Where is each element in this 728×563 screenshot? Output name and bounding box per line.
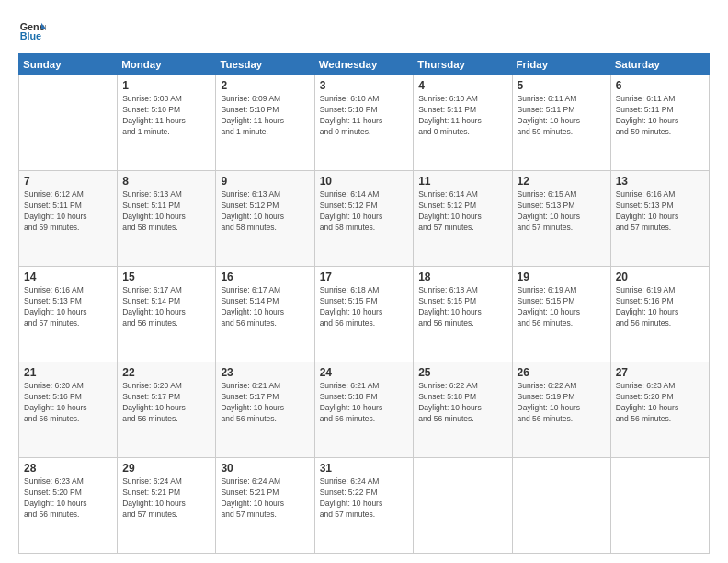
svg-text:Blue: Blue — [20, 30, 41, 41]
day-number: 2 — [221, 79, 309, 92]
calendar-cell: 1Sunrise: 6:08 AM Sunset: 5:10 PM Daylig… — [118, 75, 216, 171]
day-info: Sunrise: 6:20 AM Sunset: 5:16 PM Dayligh… — [24, 381, 112, 425]
calendar-cell: 11Sunrise: 6:14 AM Sunset: 5:12 PM Dayli… — [414, 171, 512, 267]
day-number: 19 — [518, 270, 606, 283]
weekday-header-wednesday: Wednesday — [314, 54, 414, 75]
day-info: Sunrise: 6:11 AM Sunset: 5:11 PM Dayligh… — [518, 94, 606, 138]
day-info: Sunrise: 6:13 AM Sunset: 5:12 PM Dayligh… — [221, 190, 309, 234]
calendar-cell: 23Sunrise: 6:21 AM Sunset: 5:17 PM Dayli… — [216, 362, 314, 458]
day-info: Sunrise: 6:22 AM Sunset: 5:19 PM Dayligh… — [518, 381, 606, 425]
day-number: 31 — [320, 462, 409, 475]
day-info: Sunrise: 6:23 AM Sunset: 5:20 PM Dayligh… — [616, 381, 704, 425]
weekday-header-thursday: Thursday — [414, 54, 512, 75]
weekday-header-tuesday: Tuesday — [216, 54, 314, 75]
day-info: Sunrise: 6:23 AM Sunset: 5:20 PM Dayligh… — [24, 477, 112, 521]
day-number: 14 — [24, 270, 112, 283]
day-number: 4 — [418, 79, 506, 92]
calendar-cell: 16Sunrise: 6:17 AM Sunset: 5:14 PM Dayli… — [216, 267, 314, 362]
day-number: 12 — [518, 175, 606, 188]
day-info: Sunrise: 6:24 AM Sunset: 5:21 PM Dayligh… — [122, 477, 210, 521]
weekday-header-saturday: Saturday — [610, 54, 709, 75]
calendar-cell: 13Sunrise: 6:16 AM Sunset: 5:13 PM Dayli… — [610, 171, 709, 267]
day-info: Sunrise: 6:10 AM Sunset: 5:10 PM Dayligh… — [320, 94, 409, 138]
day-number: 13 — [616, 175, 704, 188]
day-number: 8 — [122, 175, 210, 188]
day-number: 7 — [24, 175, 112, 188]
calendar-cell: 2Sunrise: 6:09 AM Sunset: 5:10 PM Daylig… — [216, 75, 314, 171]
calendar-cell: 26Sunrise: 6:22 AM Sunset: 5:19 PM Dayli… — [512, 362, 610, 458]
header: General Blue — [18, 17, 710, 44]
day-number: 26 — [518, 366, 606, 379]
day-number: 1 — [122, 79, 210, 92]
calendar-week-1: 1Sunrise: 6:08 AM Sunset: 5:10 PM Daylig… — [19, 75, 710, 171]
day-number: 10 — [320, 175, 409, 188]
calendar-cell: 10Sunrise: 6:14 AM Sunset: 5:12 PM Dayli… — [314, 171, 414, 267]
calendar-cell: 18Sunrise: 6:18 AM Sunset: 5:15 PM Dayli… — [414, 267, 512, 362]
day-number: 23 — [221, 366, 309, 379]
day-info: Sunrise: 6:14 AM Sunset: 5:12 PM Dayligh… — [418, 190, 506, 234]
day-info: Sunrise: 6:14 AM Sunset: 5:12 PM Dayligh… — [320, 190, 409, 234]
day-info: Sunrise: 6:19 AM Sunset: 5:16 PM Dayligh… — [616, 285, 704, 329]
weekday-header-friday: Friday — [512, 54, 610, 75]
calendar-cell: 12Sunrise: 6:15 AM Sunset: 5:13 PM Dayli… — [512, 171, 610, 267]
calendar-cell: 24Sunrise: 6:21 AM Sunset: 5:18 PM Dayli… — [314, 362, 414, 458]
calendar-cell: 8Sunrise: 6:13 AM Sunset: 5:11 PM Daylig… — [118, 171, 216, 267]
calendar-cell: 14Sunrise: 6:16 AM Sunset: 5:13 PM Dayli… — [19, 267, 118, 362]
calendar-cell — [610, 458, 709, 554]
logo: General Blue — [18, 17, 50, 44]
day-number: 28 — [24, 462, 112, 475]
day-info: Sunrise: 6:12 AM Sunset: 5:11 PM Dayligh… — [24, 190, 112, 234]
day-number: 24 — [320, 366, 409, 379]
day-number: 25 — [418, 366, 506, 379]
calendar-cell: 20Sunrise: 6:19 AM Sunset: 5:16 PM Dayli… — [610, 267, 709, 362]
calendar-cell: 17Sunrise: 6:18 AM Sunset: 5:15 PM Dayli… — [314, 267, 414, 362]
calendar-cell: 25Sunrise: 6:22 AM Sunset: 5:18 PM Dayli… — [414, 362, 512, 458]
day-info: Sunrise: 6:08 AM Sunset: 5:10 PM Dayligh… — [122, 94, 210, 138]
day-number: 22 — [122, 366, 210, 379]
day-info: Sunrise: 6:21 AM Sunset: 5:18 PM Dayligh… — [320, 381, 409, 425]
calendar-cell: 22Sunrise: 6:20 AM Sunset: 5:17 PM Dayli… — [118, 362, 216, 458]
day-number: 16 — [221, 270, 309, 283]
day-info: Sunrise: 6:24 AM Sunset: 5:22 PM Dayligh… — [320, 477, 409, 521]
day-info: Sunrise: 6:19 AM Sunset: 5:15 PM Dayligh… — [518, 285, 606, 329]
calendar-cell: 29Sunrise: 6:24 AM Sunset: 5:21 PM Dayli… — [118, 458, 216, 554]
calendar-week-2: 7Sunrise: 6:12 AM Sunset: 5:11 PM Daylig… — [19, 171, 710, 267]
day-number: 17 — [320, 270, 409, 283]
day-info: Sunrise: 6:18 AM Sunset: 5:15 PM Dayligh… — [418, 285, 506, 329]
calendar-week-3: 14Sunrise: 6:16 AM Sunset: 5:13 PM Dayli… — [19, 267, 710, 362]
calendar-cell: 15Sunrise: 6:17 AM Sunset: 5:14 PM Dayli… — [118, 267, 216, 362]
day-number: 5 — [518, 79, 606, 92]
day-number: 20 — [616, 270, 704, 283]
calendar-cell: 21Sunrise: 6:20 AM Sunset: 5:16 PM Dayli… — [19, 362, 118, 458]
day-info: Sunrise: 6:17 AM Sunset: 5:14 PM Dayligh… — [122, 285, 210, 329]
day-info: Sunrise: 6:13 AM Sunset: 5:11 PM Dayligh… — [122, 190, 210, 234]
day-info: Sunrise: 6:15 AM Sunset: 5:13 PM Dayligh… — [518, 190, 606, 234]
calendar-week-5: 28Sunrise: 6:23 AM Sunset: 5:20 PM Dayli… — [19, 458, 710, 554]
day-number: 18 — [418, 270, 506, 283]
day-info: Sunrise: 6:17 AM Sunset: 5:14 PM Dayligh… — [221, 285, 309, 329]
day-info: Sunrise: 6:10 AM Sunset: 5:11 PM Dayligh… — [418, 94, 506, 138]
day-info: Sunrise: 6:22 AM Sunset: 5:18 PM Dayligh… — [418, 381, 506, 425]
calendar-cell: 28Sunrise: 6:23 AM Sunset: 5:20 PM Dayli… — [19, 458, 118, 554]
calendar-cell: 9Sunrise: 6:13 AM Sunset: 5:12 PM Daylig… — [216, 171, 314, 267]
logo-icon: General Blue — [18, 17, 46, 44]
calendar-cell — [19, 75, 118, 171]
calendar-cell: 31Sunrise: 6:24 AM Sunset: 5:22 PM Dayli… — [314, 458, 414, 554]
day-number: 11 — [418, 175, 506, 188]
calendar-cell: 27Sunrise: 6:23 AM Sunset: 5:20 PM Dayli… — [610, 362, 709, 458]
calendar-week-4: 21Sunrise: 6:20 AM Sunset: 5:16 PM Dayli… — [19, 362, 710, 458]
day-number: 21 — [24, 366, 112, 379]
calendar-cell — [414, 458, 512, 554]
calendar-table: SundayMondayTuesdayWednesdayThursdayFrid… — [18, 53, 710, 554]
day-info: Sunrise: 6:18 AM Sunset: 5:15 PM Dayligh… — [320, 285, 409, 329]
calendar-cell: 19Sunrise: 6:19 AM Sunset: 5:15 PM Dayli… — [512, 267, 610, 362]
day-info: Sunrise: 6:16 AM Sunset: 5:13 PM Dayligh… — [616, 190, 704, 234]
calendar-cell — [512, 458, 610, 554]
day-info: Sunrise: 6:09 AM Sunset: 5:10 PM Dayligh… — [221, 94, 309, 138]
day-number: 3 — [320, 79, 409, 92]
calendar-cell: 30Sunrise: 6:24 AM Sunset: 5:21 PM Dayli… — [216, 458, 314, 554]
calendar-cell: 4Sunrise: 6:10 AM Sunset: 5:11 PM Daylig… — [414, 75, 512, 171]
calendar-cell: 7Sunrise: 6:12 AM Sunset: 5:11 PM Daylig… — [19, 171, 118, 267]
day-info: Sunrise: 6:24 AM Sunset: 5:21 PM Dayligh… — [221, 477, 309, 521]
calendar-page: General Blue SundayMondayTuesdayWednesda… — [0, 0, 728, 563]
